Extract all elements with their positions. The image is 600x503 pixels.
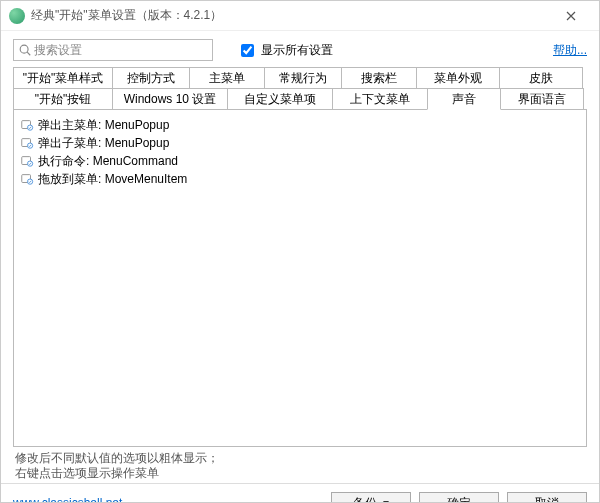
cancel-button[interactable]: 取消	[507, 492, 587, 503]
setting-item[interactable]: 弹出主菜单: MenuPopup	[18, 116, 582, 134]
tab[interactable]: 控制方式	[112, 67, 190, 89]
tab[interactable]: 搜索栏	[341, 67, 417, 89]
setting-item-label: 拖放到菜单: MoveMenuItem	[38, 171, 187, 187]
setting-item[interactable]: 拖放到菜单: MoveMenuItem	[18, 170, 582, 188]
tab[interactable]: 主菜单	[189, 67, 265, 89]
tab-row-2: "开始"按钮Windows 10 设置自定义菜单项上下文菜单声音界面语言	[13, 88, 587, 109]
settings-list: 弹出主菜单: MenuPopup弹出子菜单: MenuPopup执行命令: Me…	[13, 109, 587, 447]
footer-note: 修改后不同默认值的选项以粗体显示； 右键点击选项显示操作菜单	[1, 447, 599, 483]
setting-item[interactable]: 执行命令: MenuCommand	[18, 152, 582, 170]
tab[interactable]: "开始"按钮	[13, 88, 113, 110]
app-icon	[9, 8, 25, 24]
tab[interactable]: 上下文菜单	[332, 88, 428, 110]
show-all-input[interactable]	[241, 44, 254, 57]
window-title: 经典"开始"菜单设置（版本：4.2.1）	[31, 7, 551, 24]
tab[interactable]: 菜单外观	[416, 67, 500, 89]
setting-item-label: 弹出子菜单: MenuPopup	[38, 135, 169, 151]
ok-button[interactable]: 确定	[419, 492, 499, 503]
tab[interactable]: 常规行为	[264, 67, 342, 89]
search-icon	[18, 43, 32, 57]
titlebar: 经典"开始"菜单设置（版本：4.2.1）	[1, 1, 599, 31]
footer-line-1: 修改后不同默认值的选项以粗体显示；	[15, 451, 585, 466]
tabs: "开始"菜单样式控制方式主菜单常规行为搜索栏菜单外观皮肤 "开始"按钮Windo…	[1, 67, 599, 109]
search-input[interactable]	[32, 42, 208, 58]
tab[interactable]: 皮肤	[499, 67, 583, 89]
setting-item-label: 弹出主菜单: MenuPopup	[38, 117, 169, 133]
backup-label: 备份	[353, 495, 377, 504]
website-link[interactable]: www.classicshell.net	[13, 496, 122, 503]
footer-line-2: 右键点击选项显示操作菜单	[15, 466, 585, 481]
sound-setting-icon	[20, 172, 34, 186]
sound-setting-icon	[20, 118, 34, 132]
setting-item-label: 执行命令: MenuCommand	[38, 153, 178, 169]
toolbar: 显示所有设置 帮助...	[1, 31, 599, 67]
backup-button[interactable]: 备份	[331, 492, 411, 503]
tab[interactable]: 自定义菜单项	[227, 88, 333, 110]
show-all-label: 显示所有设置	[261, 42, 333, 59]
setting-item[interactable]: 弹出子菜单: MenuPopup	[18, 134, 582, 152]
tab[interactable]: "开始"菜单样式	[13, 67, 113, 89]
help-link[interactable]: 帮助...	[553, 42, 587, 59]
tab[interactable]: 界面语言	[500, 88, 584, 110]
tab-row-1: "开始"菜单样式控制方式主菜单常规行为搜索栏菜单外观皮肤	[13, 67, 587, 88]
tab[interactable]: 声音	[427, 88, 501, 110]
tab[interactable]: Windows 10 设置	[112, 88, 228, 110]
close-button[interactable]	[551, 2, 591, 30]
search-box[interactable]	[13, 39, 213, 61]
show-all-checkbox[interactable]: 显示所有设置	[237, 41, 333, 60]
svg-line-1	[27, 52, 30, 55]
svg-point-0	[20, 45, 28, 53]
sound-setting-icon	[20, 154, 34, 168]
bottom-bar: www.classicshell.net 备份 确定 取消	[1, 483, 599, 503]
close-icon	[566, 11, 576, 21]
sound-setting-icon	[20, 136, 34, 150]
